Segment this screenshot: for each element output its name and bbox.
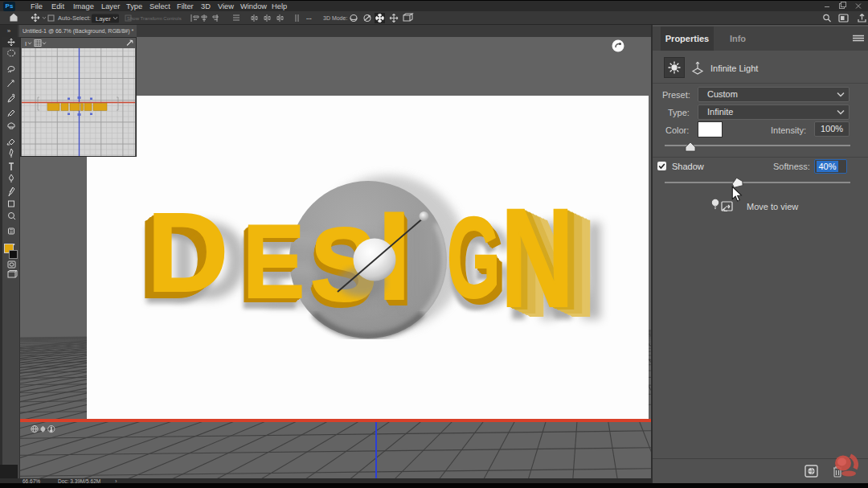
svg-text:I: I (25, 40, 27, 47)
